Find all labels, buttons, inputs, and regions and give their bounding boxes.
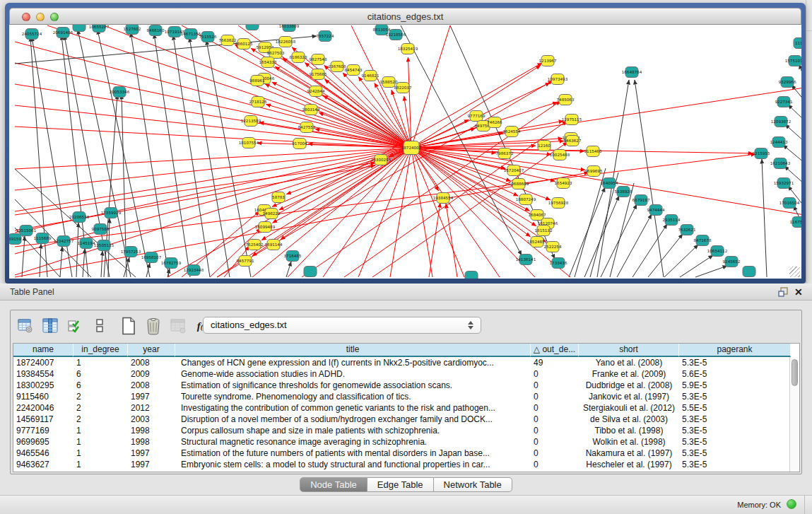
graph-node[interactable]: 39159 bbox=[9, 234, 21, 245]
graph-node[interactable]: 9827548 bbox=[310, 54, 327, 65]
graph-edge[interactable] bbox=[785, 124, 801, 141]
graph-node[interactable]: 18724007 bbox=[401, 141, 422, 155]
table-cell[interactable]: Stergiakouli et al. (2012) bbox=[579, 402, 679, 414]
table-cell[interactable]: 0 bbox=[531, 402, 579, 414]
delete-row-button[interactable] bbox=[144, 317, 163, 335]
table-cell[interactable]: 2012 bbox=[128, 402, 175, 414]
table-cell[interactable]: de Silva et al. (2003) bbox=[579, 414, 679, 425]
graph-node[interactable]: 12213589 bbox=[241, 116, 261, 127]
create-row-button[interactable] bbox=[119, 317, 138, 335]
table-cell[interactable]: 1998 bbox=[128, 436, 175, 448]
tab-edge-table[interactable]: Edge Table bbox=[367, 477, 434, 492]
graph-node[interactable]: 9245652 bbox=[723, 257, 741, 267]
graph-node[interactable]: 1117 bbox=[794, 38, 801, 49]
graph-node[interactable]: 20206536 bbox=[69, 212, 90, 223]
table-cell[interactable]: 2009 bbox=[128, 368, 175, 380]
graph-edge[interactable] bbox=[101, 251, 102, 277]
graph-node[interactable]: 16782759 bbox=[161, 258, 182, 269]
graph-node[interactable]: 7625402 bbox=[246, 240, 264, 250]
graph-edge[interactable] bbox=[635, 80, 664, 277]
graph-node[interactable]: 18107554 bbox=[239, 138, 259, 148]
window-titlebar[interactable]: citations_edges.txt bbox=[9, 8, 801, 25]
graph-node[interactable] bbox=[246, 25, 259, 30]
graph-node[interactable]: 16648784 bbox=[622, 67, 642, 78]
graph-node[interactable]: 12160 bbox=[538, 141, 551, 151]
graph-node[interactable]: 10973493 bbox=[548, 74, 568, 85]
graph-edge[interactable] bbox=[15, 148, 411, 275]
table-cell[interactable]: Yano et al. (2008) bbox=[579, 357, 679, 368]
graph-node[interactable]: 1691144 bbox=[265, 240, 283, 250]
table-cell[interactable]: 5.5E-5 bbox=[679, 402, 789, 414]
table-cell[interactable]: Structural magnetic resonance image aver… bbox=[175, 436, 531, 448]
table-cell[interactable]: 18724007 bbox=[13, 357, 73, 368]
graph-node[interactable]: 8427552 bbox=[298, 122, 316, 133]
graph-node[interactable]: 1145194 bbox=[78, 238, 95, 249]
graph-node[interactable]: 7515526 bbox=[199, 32, 217, 42]
table-cell[interactable]: 5.3E-5 bbox=[679, 391, 789, 402]
graph-node[interactable]: 17016504 bbox=[779, 198, 800, 209]
table-cell[interactable]: Embryonic stem cells: a model to study s… bbox=[175, 459, 531, 470]
table-cell[interactable]: 2008 bbox=[128, 357, 175, 368]
graph-node[interactable] bbox=[73, 25, 86, 32]
graph-node[interactable]: 20691406 bbox=[53, 28, 73, 38]
table-cell[interactable]: 1998 bbox=[128, 425, 175, 436]
table-cell[interactable]: Tourette syndrome. Phenomenology and cla… bbox=[175, 391, 531, 402]
graph-node[interactable]: 7986372 bbox=[496, 148, 514, 159]
graph-node[interactable]: 15932971 bbox=[774, 178, 794, 189]
column-header-title[interactable]: title bbox=[175, 344, 531, 357]
graph-node[interactable]: 58783 bbox=[272, 192, 285, 203]
graph-node[interactable]: 18807249 bbox=[516, 194, 536, 205]
table-cell[interactable]: Hescheler et al. (1997) bbox=[579, 459, 679, 470]
graph-node[interactable]: 15751074 bbox=[785, 56, 801, 66]
table-cell[interactable]: Estimation of the future numbers of pati… bbox=[175, 448, 531, 459]
table-row[interactable]: 946554611997Estimation of the future num… bbox=[13, 448, 789, 459]
graph-edge[interactable] bbox=[411, 148, 555, 181]
graph-node[interactable]: 8215955 bbox=[753, 148, 770, 159]
table-row[interactable]: 969969511998Structural magnetic resonanc… bbox=[13, 436, 789, 448]
table-cell[interactable]: Estimation of significance thresholds fo… bbox=[175, 380, 531, 391]
graph-node[interactable]: 2935114 bbox=[663, 215, 681, 226]
table-cell[interactable]: 5.9E-5 bbox=[679, 380, 789, 391]
graph-node[interactable]: 10655287 bbox=[89, 25, 110, 33]
network-canvas[interactable]: 1872400724055724206914061065528715276028… bbox=[9, 25, 801, 279]
graph-node[interactable]: 24055724 bbox=[22, 29, 42, 40]
table-cell[interactable]: 0 bbox=[531, 436, 579, 448]
graph-node[interactable]: 917004 bbox=[292, 139, 307, 149]
graph-node[interactable]: 8186328 bbox=[290, 52, 307, 63]
graph-node[interactable]: 16210643 bbox=[770, 158, 791, 169]
graph-node[interactable]: 1213967 bbox=[539, 56, 557, 66]
graph-node[interactable]: 14136141 bbox=[516, 255, 536, 265]
table-cell[interactable]: 2 bbox=[73, 402, 128, 414]
table-cell[interactable]: 5.3E-5 bbox=[679, 425, 789, 436]
graph-node[interactable]: 1640954 bbox=[601, 178, 618, 189]
graph-edge[interactable] bbox=[131, 33, 169, 277]
table-row[interactable]: 946362711997Embryonic stem cells: a mode… bbox=[13, 459, 789, 470]
graph-edge[interactable] bbox=[411, 65, 541, 148]
graph-edge[interactable] bbox=[411, 148, 500, 277]
graph-edge[interactable] bbox=[22, 236, 25, 277]
table-cell[interactable]: Tibbo et al. (1998) bbox=[579, 425, 679, 436]
table-row[interactable]: 1456911722003Disruption of a novel membe… bbox=[13, 414, 789, 425]
table-cell[interactable]: 14569117 bbox=[13, 414, 73, 425]
table-cell[interactable]: 0 bbox=[531, 368, 579, 380]
table-cell[interactable]: 1 bbox=[73, 425, 128, 436]
row-height-button[interactable] bbox=[90, 317, 109, 335]
table-settings-button[interactable] bbox=[16, 317, 35, 335]
table-selector-dropdown[interactable]: citations_edges.txt bbox=[203, 317, 481, 334]
graph-node[interactable]: 9860125 bbox=[235, 39, 253, 49]
graph-edge[interactable] bbox=[648, 234, 683, 277]
graph-node[interactable]: 3716485 bbox=[284, 251, 302, 262]
graph-node[interactable]: 9146821 bbox=[362, 71, 379, 81]
graph-edge[interactable] bbox=[664, 245, 698, 277]
graph-node[interactable]: 8466160 bbox=[147, 25, 165, 36]
table-cell[interactable]: 2003 bbox=[128, 414, 175, 425]
graph-node[interactable]: 8454743 bbox=[345, 65, 363, 76]
graph-node[interactable]: 7857224 bbox=[317, 31, 334, 42]
graph-edge[interactable] bbox=[15, 148, 411, 190]
graph-node[interactable]: 1115689 bbox=[34, 233, 52, 244]
graph-node[interactable]: 1654923 bbox=[555, 178, 572, 189]
graph-node[interactable]: 1815132 bbox=[535, 226, 553, 236]
table-cell[interactable]: 1 bbox=[73, 357, 128, 368]
table-cell[interactable]: 2 bbox=[73, 391, 128, 402]
select-columns-button[interactable] bbox=[66, 317, 84, 335]
